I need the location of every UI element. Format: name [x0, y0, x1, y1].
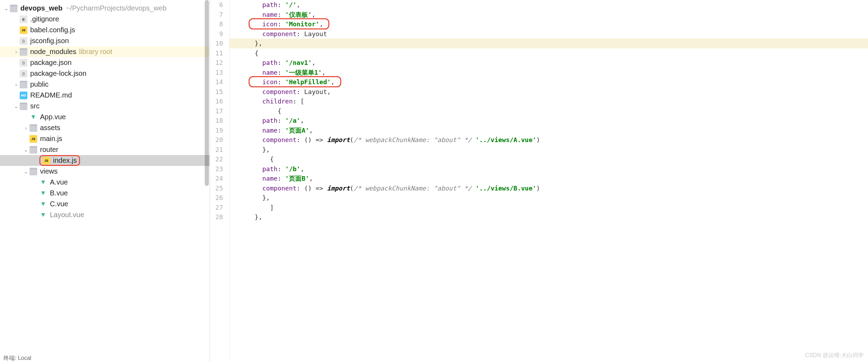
code-line-15[interactable]: component: Layout, [230, 87, 868, 97]
chevron-right-icon[interactable]: › [13, 82, 20, 87]
line-number[interactable]: 18 [210, 116, 223, 126]
terminal-footer[interactable]: 终端: Local [0, 355, 31, 362]
tree-item-router[interactable]: ⌄router [0, 144, 210, 155]
code-line-18[interactable]: path: '/a', [230, 116, 868, 126]
line-number[interactable]: 14 [210, 77, 223, 87]
json-file-icon: {} [20, 59, 27, 67]
line-number[interactable]: 27 [210, 203, 223, 213]
file-label: jsconfig.json [30, 37, 69, 45]
folder-file-icon [20, 102, 27, 110]
line-number[interactable]: 10 [210, 39, 223, 48]
folder-file-icon [10, 5, 18, 12]
code-line-11[interactable]: { [230, 48, 868, 58]
line-number[interactable]: 20 [210, 135, 223, 145]
library-root-badge: library root [79, 48, 112, 56]
code-line-17[interactable]: { [230, 106, 868, 116]
tree-item-babel-config-js[interactable]: JSbabel.config.js [0, 25, 210, 35]
line-number[interactable]: 28 [210, 212, 223, 222]
code-line-28[interactable]: }, [230, 212, 868, 222]
tree-item-README-md[interactable]: MDREADME.md [0, 90, 210, 101]
chevron-down-icon[interactable]: ⌄ [13, 103, 20, 109]
tree-item-package-lock-json[interactable]: {}package-lock.json [0, 68, 210, 79]
tree-item-C-vue[interactable]: ▼C.vue [0, 199, 210, 209]
chevron-down-icon[interactable]: ⌄ [22, 147, 29, 153]
code-area[interactable]: path: '/', name: '仪表板', icon: 'Monitor',… [230, 0, 868, 362]
vue-file-icon: ▼ [39, 211, 47, 219]
tree-item--gitignore[interactable]: ◐.gitignore [0, 14, 210, 25]
vue-file-icon: ▼ [39, 200, 47, 208]
code-line-7[interactable]: name: '仪表板', [230, 10, 868, 20]
line-number[interactable]: 7 [210, 10, 223, 20]
code-line-14[interactable]: icon: 'HelpFilled', [230, 77, 868, 87]
code-line-19[interactable]: name: '页面A', [230, 126, 868, 135]
line-number[interactable]: 26 [210, 193, 223, 203]
chevron-right-icon[interactable]: › [13, 49, 20, 55]
folder-file-icon [20, 48, 27, 56]
tree-item-B-vue[interactable]: ▼B.vue [0, 188, 210, 199]
tree-item-package-json[interactable]: {}package.json [0, 57, 210, 68]
project-path: ~/PycharmProjects/devops_web [66, 4, 166, 12]
code-line-9[interactable]: component: Layout [230, 29, 868, 39]
sidebar-scrollbar[interactable] [205, 0, 209, 186]
tree-item-jsconfig-json[interactable]: {}jsconfig.json [0, 35, 210, 46]
code-line-12[interactable]: path: '/nav1', [230, 58, 868, 68]
code-line-16[interactable]: children: [ [230, 96, 868, 106]
git-file-icon: ◐ [20, 15, 27, 23]
code-line-24[interactable]: name: '页面B', [230, 174, 868, 183]
line-number[interactable]: 21 [210, 145, 223, 155]
line-number[interactable]: 22 [210, 154, 223, 164]
code-editor[interactable]: 6789101112131415161718192021222324252627… [210, 0, 868, 362]
tree-item-main-js[interactable]: JSmain.js [0, 133, 210, 144]
code-line-13[interactable]: name: '一级菜单1', [230, 68, 868, 78]
tree-item-App-vue[interactable]: ▼App.vue [0, 112, 210, 122]
file-label: B.vue [50, 189, 68, 197]
json-file-icon: {} [20, 37, 27, 45]
tree-item-views[interactable]: ⌄views [0, 166, 210, 177]
line-number[interactable]: 25 [210, 183, 223, 193]
code-line-25[interactable]: component: () => import(/* webpackChunkN… [230, 183, 868, 193]
code-line-23[interactable]: path: '/b', [230, 164, 868, 174]
tree-item-A-vue[interactable]: ▼A.vue [0, 177, 210, 188]
file-label: A.vue [50, 178, 68, 186]
file-label: .gitignore [30, 15, 59, 23]
code-line-26[interactable]: }, [230, 193, 868, 203]
js-file-icon: JS [42, 157, 50, 165]
code-line-21[interactable]: }, [230, 145, 868, 155]
code-line-27[interactable]: ] [230, 203, 868, 213]
tree-item-assets[interactable]: ›assets [0, 122, 210, 133]
json-file-icon: {} [20, 70, 27, 78]
tree-item-devops-web[interactable]: ⌄devops_web~/PycharmProjects/devops_web [0, 3, 210, 14]
chevron-down-icon[interactable]: ⌄ [3, 6, 10, 11]
code-line-6[interactable]: path: '/', [230, 0, 868, 10]
tree-item-node-modules[interactable]: ›node_moduleslibrary root [0, 46, 210, 57]
vue-file-icon: ▼ [39, 189, 47, 197]
line-number[interactable]: 12 [210, 58, 223, 68]
line-number[interactable]: 8 [210, 19, 223, 29]
line-number[interactable]: 23 [210, 164, 223, 174]
code-line-8[interactable]: icon: 'Monitor', [230, 19, 868, 29]
tree-item-public[interactable]: ›public [0, 79, 210, 90]
line-number[interactable]: 24 [210, 174, 223, 183]
file-label: C.vue [50, 200, 68, 208]
line-number[interactable]: 11 [210, 48, 223, 58]
chevron-right-icon[interactable]: › [22, 125, 29, 131]
line-number[interactable]: 9 [210, 29, 223, 39]
line-number[interactable]: 6 [210, 0, 223, 10]
line-number[interactable]: 19 [210, 126, 223, 135]
code-line-20[interactable]: component: () => import(/* webpackChunkN… [230, 135, 868, 145]
project-sidebar[interactable]: ⌄devops_web~/PycharmProjects/devops_web◐… [0, 0, 210, 362]
line-number[interactable]: 15 [210, 87, 223, 97]
tree-item-Layout-vue[interactable]: ▼Layout.vue [0, 209, 210, 220]
line-number[interactable]: 13 [210, 68, 223, 78]
line-number[interactable]: 16 [210, 96, 223, 106]
chevron-down-icon[interactable]: ⌄ [22, 169, 29, 174]
folder-file-icon [29, 168, 37, 175]
folder-file-icon [29, 146, 37, 154]
vue-file-icon: ▼ [29, 113, 37, 121]
line-number[interactable]: 17 [210, 106, 223, 116]
code-line-22[interactable]: { [230, 154, 868, 164]
code-line-10[interactable]: }, [230, 39, 868, 48]
tree-item-index-js[interactable]: JSindex.js [0, 155, 210, 166]
file-label: App.vue [40, 113, 66, 121]
tree-item-src[interactable]: ⌄src [0, 101, 210, 112]
